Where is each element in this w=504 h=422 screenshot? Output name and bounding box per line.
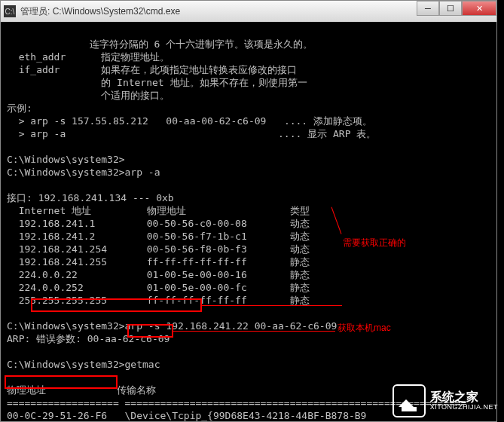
if-addr-label: if_addr xyxy=(19,64,60,75)
window-title: 管理员: C:\Windows\System32\cmd.exe xyxy=(20,5,180,18)
if-addr-desc3: 个适用的接口。 xyxy=(101,90,170,101)
arp-mac: 00-50-56-f7-1b-c1 xyxy=(147,230,290,243)
arp-type: 动态 xyxy=(290,230,310,243)
getmac-divider: =================== ====================… xyxy=(7,397,466,408)
cmd-window: C:\ 管理员: C:\Windows\System32\cmd.exe ─ ☐… xyxy=(0,0,497,422)
getmac-mac1: 00-0C-29-51-26-F6 xyxy=(7,410,107,421)
arp-type: 静态 xyxy=(290,268,310,281)
arp-ip: 192.168.241.254 xyxy=(19,243,147,255)
arp-type: 静态 xyxy=(290,281,310,294)
examples-header: 示例: xyxy=(7,102,32,114)
arp-type: 静态 xyxy=(290,294,310,307)
prompt: C:\Windows\system32> xyxy=(7,154,125,165)
maximize-button[interactable]: ☐ xyxy=(439,1,462,16)
terminal-output[interactable]: 连字符分隔的 6 个十六进制字节。该项是永久的。 eth_addr 指定物理地址… xyxy=(1,22,496,421)
prompt-arp-a: C:\Windows\system32>arp -a xyxy=(7,167,160,178)
arp-type: 动态 xyxy=(290,243,310,255)
prompt-getmac: C:\Windows\system32>getmac xyxy=(7,359,160,370)
arp-hdr-mac: 物理地址 xyxy=(147,204,290,217)
arp-ip: 192.168.241.2 xyxy=(19,230,147,243)
example2-cmd: > arp -a xyxy=(19,128,66,139)
getmac-transport1: \Device\Tcpip_{99D68E43-4218-44BF-B878-B… xyxy=(125,410,367,421)
arp-mac: 00-50-56-f8-0b-f3 xyxy=(147,243,290,255)
prompt-arp-s: C:\Windows\system32>arp -s 192.168.241.2… xyxy=(7,320,337,332)
arp-type: 动态 xyxy=(290,217,310,230)
arp-ip: 192.168.241.1 xyxy=(19,217,147,230)
minimize-button[interactable]: ─ xyxy=(417,1,439,16)
arp-type: 静态 xyxy=(290,255,310,268)
arp-mac: ff-ff-ff-ff-ff-ff xyxy=(147,255,290,268)
arp-mac: 01-00-5e-00-00-16 xyxy=(147,268,290,281)
eth-addr-label: eth_addr xyxy=(19,51,66,63)
titlebar[interactable]: C:\ 管理员: C:\Windows\System32\cmd.exe ─ ☐… xyxy=(1,1,496,22)
eth-addr-desc: 指定物理地址。 xyxy=(101,51,170,63)
arp-mac: ff-ff-ff-ff-ff-ff xyxy=(147,294,290,307)
arp-interface: 接口: 192.168.241.134 --- 0xb xyxy=(7,192,174,203)
getmac-hdr-transport: 传输名称 xyxy=(117,384,156,396)
getmac-hdr-mac: 物理地址 xyxy=(7,384,46,396)
arp-hdr-ip: Internet 地址 xyxy=(19,204,147,217)
help-line: 连字符分隔的 6 个十六进制字节。该项是永久的。 xyxy=(7,38,313,50)
arp-ip: 224.0.0.22 xyxy=(19,268,147,281)
arp-error: ARP: 错误参数: 00-aa-62-c6-09 xyxy=(7,333,170,344)
if-addr-desc2: 的 Internet 地址。如果不存在，则使用第一 xyxy=(101,77,307,88)
arp-ip: 224.0.0.252 xyxy=(19,281,147,294)
example1-cmd: > arp -s 157.55.85.212 00-aa-00-62-c6-09 xyxy=(19,115,267,127)
close-button[interactable]: ✕ xyxy=(462,1,496,16)
cmd-icon: C:\ xyxy=(4,5,16,17)
arp-ip: 255.255.255.255 xyxy=(19,294,147,307)
if-addr-desc: 如果存在，此项指定地址转换表应修改的接口 xyxy=(101,64,297,75)
arp-mac: 01-00-5e-00-00-fc xyxy=(147,281,290,294)
example1-desc: .... 添加静态项。 xyxy=(284,115,372,127)
arp-mac: 00-50-56-c0-00-08 xyxy=(147,217,290,230)
arp-ip: 192.168.241.255 xyxy=(19,255,147,268)
window-controls: ─ ☐ ✕ xyxy=(417,1,496,16)
example2-desc: .... 显示 ARP 表。 xyxy=(278,128,376,139)
arp-hdr-type: 类型 xyxy=(290,204,310,217)
